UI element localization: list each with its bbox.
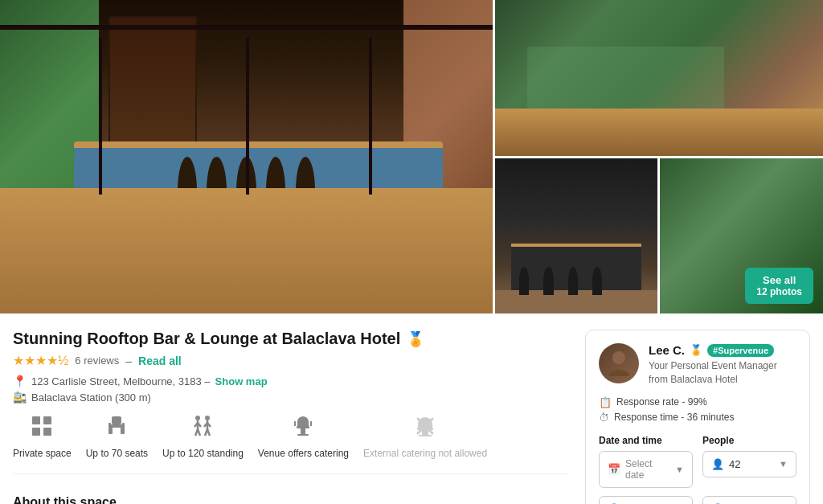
calendar-icon: 📅	[608, 463, 620, 475]
page-wrapper: See all 12 photos Stunning Rooftop Bar &…	[0, 0, 823, 504]
date-input[interactable]: 📅 Select date ▼	[599, 451, 693, 488]
from-input[interactable]: 👤 From ▼	[599, 496, 693, 504]
response-time-row: ⏱ Response time - 36 minutes	[599, 412, 796, 424]
address-row: 📍 123 Carlisle Street, Melbourne, 3183 –…	[13, 375, 569, 387]
reviews-count: 6 reviews	[75, 354, 119, 367]
svg-point-30	[612, 351, 625, 364]
standing-icon	[190, 415, 215, 443]
venue-title-text: Stunning Rooftop Bar & Lounge at Balacla…	[13, 330, 400, 348]
content-left: Stunning Rooftop Bar & Lounge at Balacla…	[13, 330, 569, 504]
contact-header: Lee C. 🏅 #Supervenue Your Personal Event…	[599, 343, 796, 387]
svg-rect-1	[43, 416, 51, 424]
contact-subtitle: Your Personal Event Manager from Balacla…	[649, 359, 796, 387]
photo-gallery: See all 12 photos	[0, 0, 823, 313]
feature-standing: Up to 120 standing	[162, 415, 244, 461]
seats-label: Up to 70 seats	[86, 448, 148, 461]
content-area: Stunning Rooftop Bar & Lounge at Balacla…	[0, 313, 823, 504]
svg-rect-22	[297, 426, 309, 428]
to-input[interactable]: 👤 To ▼	[702, 496, 796, 504]
reviews-row: ★★★★½ 6 reviews – Read all	[13, 353, 569, 368]
date-placeholder: Select date	[625, 458, 670, 481]
date-field: Date and time 📅 Select date ▼	[599, 435, 693, 488]
people-label: People	[702, 435, 796, 446]
show-map-link[interactable]: Show map	[215, 375, 268, 387]
svg-rect-25	[417, 428, 433, 430]
address-text: 123 Carlisle Street, Melbourne, 3183 –	[31, 375, 211, 387]
catering-label: Venue offers catering	[258, 448, 349, 461]
private-space-icon	[31, 415, 53, 443]
transit-row: 🚉 Balaclava Station (300 m)	[13, 391, 569, 404]
svg-rect-2	[32, 428, 40, 436]
contact-name-row: Lee C. 🏅 #Supervenue	[649, 343, 796, 357]
svg-rect-27	[419, 435, 432, 436]
read-all-link[interactable]: Read all	[138, 354, 182, 367]
catering-icon	[292, 415, 314, 443]
contact-panel: Lee C. 🏅 #Supervenue Your Personal Event…	[585, 330, 810, 504]
svg-rect-8	[109, 423, 111, 434]
gallery-photo-bl[interactable]	[495, 158, 658, 314]
gallery-top-row	[495, 0, 823, 156]
date-dropdown-arrow: ▼	[675, 465, 684, 474]
svg-line-19	[207, 429, 210, 436]
gallery-bottom-row: See all 12 photos	[495, 158, 823, 314]
from-field: 👤 From ▼	[599, 496, 693, 504]
venue-badge-icon: 🏅	[407, 330, 424, 348]
about-title: About this space	[13, 489, 569, 504]
response-time-icon: ⏱	[599, 412, 609, 424]
transit-icon: 🚉	[13, 391, 27, 404]
response-rate-icon: 📋	[599, 396, 612, 408]
avatar	[599, 343, 639, 383]
contact-badge-icon: 🏅	[690, 344, 702, 356]
feature-external-catering: External catering not allowed	[363, 415, 487, 461]
see-all-button[interactable]: See all 12 photos	[745, 268, 813, 304]
svg-rect-9	[122, 423, 125, 434]
response-rate-text: Response rate - 99%	[616, 396, 707, 408]
people-input[interactable]: 👤 42 ▼	[702, 451, 796, 477]
booking-date-people-row: Date and time 📅 Select date ▼ People	[599, 435, 796, 488]
feature-catering: Venue offers catering	[258, 415, 349, 461]
people-value: 42	[729, 458, 740, 470]
people-field: People 👤 42 ▼	[702, 435, 796, 488]
people-dropdown-arrow: ▼	[779, 459, 788, 469]
features-row: Private space Up to 70 seats	[13, 415, 569, 474]
contact-info: Lee C. 🏅 #Supervenue Your Personal Event…	[649, 343, 796, 387]
seats-icon	[105, 415, 128, 443]
standing-label: Up to 120 standing	[162, 448, 244, 461]
svg-rect-0	[32, 416, 40, 424]
response-time-text: Response time - 36 minutes	[614, 412, 734, 423]
transit-text: Balaclava Station (300 m)	[31, 391, 151, 404]
svg-rect-26	[422, 430, 428, 435]
people-icon: 👤	[711, 458, 724, 470]
contact-card: Lee C. 🏅 #Supervenue Your Personal Event…	[585, 330, 810, 504]
response-rate-row: 📋 Response rate - 99%	[599, 396, 796, 408]
external-catering-icon	[414, 415, 436, 443]
svg-rect-24	[297, 434, 309, 436]
location-icon: 📍	[13, 375, 27, 387]
svg-rect-23	[301, 428, 305, 434]
venue-title-row: Stunning Rooftop Bar & Lounge at Balacla…	[13, 330, 569, 348]
to-field: 👤 To ▼	[702, 496, 796, 504]
feature-private-space: Private space	[13, 415, 72, 461]
supervenue-badge: #Supervenue	[707, 344, 774, 357]
booking-section: Date and time 📅 Select date ▼ People	[599, 435, 796, 504]
external-catering-label: External catering not allowed	[363, 448, 487, 461]
contact-name-text: Lee C.	[649, 343, 685, 357]
gallery-main-photo[interactable]	[0, 0, 493, 313]
svg-rect-4	[112, 416, 121, 424]
gallery-right-column: See all 12 photos	[495, 0, 823, 313]
time-row: 👤 From ▼ 👤 To ▼	[599, 496, 796, 504]
svg-rect-3	[43, 428, 51, 436]
gallery-photo-br[interactable]: See all 12 photos	[660, 158, 823, 314]
private-space-label: Private space	[13, 448, 72, 461]
feature-seats: Up to 70 seats	[86, 415, 148, 461]
gallery-photo-tr[interactable]	[495, 0, 823, 156]
svg-point-16	[205, 416, 210, 420]
svg-line-13	[198, 429, 200, 436]
svg-point-10	[195, 416, 200, 420]
date-label: Date and time	[599, 435, 693, 446]
rating-stars: ★★★★½	[13, 353, 68, 368]
